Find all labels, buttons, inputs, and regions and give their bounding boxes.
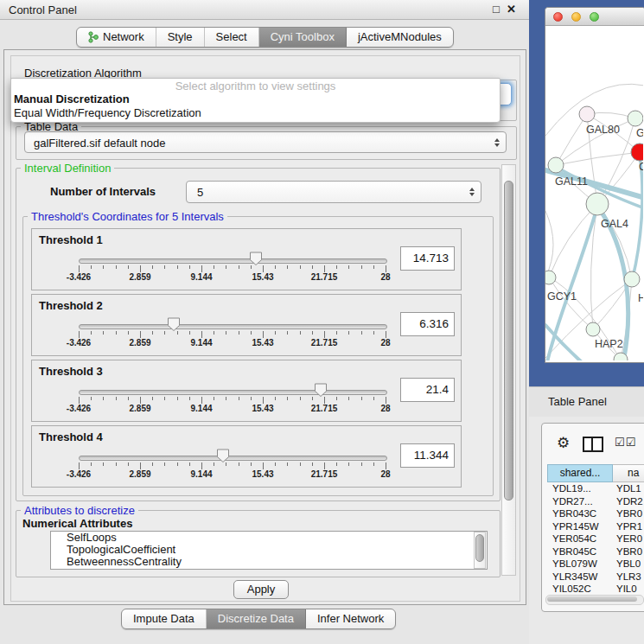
algorithm-option-manual[interactable]: Manual Discretization	[14, 92, 130, 105]
tab-style[interactable]: Style	[156, 28, 205, 47]
minimize-window-icon[interactable]	[571, 12, 581, 22]
slider-tick	[91, 331, 92, 335]
slider-tick	[263, 397, 264, 404]
column-header-name[interactable]: na	[613, 464, 644, 482]
table-data-combo[interactable]: galFiltered.sif default node	[24, 131, 507, 153]
table-row[interactable]: YBL079WYBL0	[547, 558, 644, 571]
tab-discretize-data[interactable]: Discretize Data	[207, 609, 306, 628]
algorithm-dropdown-popup: Select algorithm to view settings Manual…	[10, 78, 501, 123]
network-edge[interactable]	[556, 152, 640, 165]
slider-tick	[226, 331, 226, 335]
table-row[interactable]: YPR145WYPR1	[547, 520, 644, 533]
network-window-titlebar[interactable]	[545, 8, 644, 26]
slider-tick-label: 15.43	[244, 404, 282, 413]
cell-shared-name: YIL052C	[552, 583, 591, 594]
network-edge[interactable]	[545, 211, 553, 277]
network-node-label: GAL4	[601, 218, 628, 230]
slider-tick	[263, 265, 264, 272]
threshold-value-field[interactable]: 11.344	[400, 443, 455, 468]
tab-select[interactable]: Select	[205, 28, 259, 47]
table-row[interactable]: YLR345WYLR3	[547, 571, 644, 583]
cell-name: YIL0	[616, 583, 637, 594]
table-horizontal-scrollbar[interactable]	[545, 595, 644, 605]
algorithm-placeholder-item: Select algorithm to view settings	[11, 80, 500, 92]
close-window-icon[interactable]	[553, 12, 563, 22]
table-row[interactable]: YIL052CYIL0	[547, 583, 644, 594]
table-row[interactable]: YDL19...YDL1	[547, 482, 644, 495]
tab-network[interactable]: Network	[77, 28, 156, 47]
apply-button[interactable]: Apply	[233, 580, 289, 599]
tab-impute-data[interactable]: Impute Data	[122, 609, 207, 628]
threshold-slider-handle[interactable]	[249, 252, 263, 270]
tab-label: Select	[216, 28, 247, 47]
slider-tick	[177, 462, 178, 466]
table-row[interactable]: YER054CYER0	[547, 532, 644, 545]
numerical-attributes-list[interactable]: SelfLoopsTopologicalCoefficientBetweenne…	[50, 531, 488, 570]
threshold-slider-track[interactable]	[79, 390, 387, 395]
threshold-row: Threshold 1-3.4262.8599.14415.4321.71528…	[31, 228, 462, 290]
control-panel-title: Control Panel	[9, 3, 77, 16]
table-row[interactable]: YBR043CYBR0	[547, 507, 644, 520]
tab-cyni-toolbox[interactable]: Cyni Toolbox	[259, 28, 347, 47]
tab-label: Style	[168, 28, 193, 47]
slider-tick	[275, 462, 276, 466]
algorithm-option-equal-width[interactable]: Equal Width/Frequency Discretization	[14, 106, 201, 119]
network-edge[interactable]	[556, 114, 587, 165]
cell-name: YER0	[616, 532, 642, 545]
attribute-list-item[interactable]: SelfLoops	[51, 532, 487, 544]
checkbox-pair-icon[interactable]: ☑☑	[615, 436, 636, 449]
table-hscrollbar-thumb[interactable]	[547, 596, 637, 602]
threshold-slider-track[interactable]	[79, 258, 387, 264]
table-row[interactable]: YBR045CYBR0	[547, 545, 644, 558]
column-header-shared-name[interactable]: shared...	[547, 464, 613, 482]
attributes-list-scrollbar[interactable]	[474, 532, 486, 569]
attribute-list-item[interactable]: BetweennessCentrality	[51, 556, 487, 568]
threshold-slider-handle[interactable]	[314, 383, 328, 401]
control-panel-titlebar[interactable]: Control Panel □ ✕	[0, 0, 529, 20]
slider-tick-label: 15.43	[244, 338, 282, 348]
threshold-slider-handle[interactable]	[167, 317, 181, 335]
slider-tick	[287, 331, 288, 335]
tab-jactivemnodules[interactable]: jActiveMNodules	[347, 28, 453, 47]
network-node-gal11[interactable]	[548, 157, 564, 173]
threshold-slider-handle[interactable]	[216, 449, 230, 467]
slider-tick	[103, 397, 104, 400]
attribute-list-item[interactable]: TopologicalCoefficient	[51, 544, 487, 556]
slider-tick	[300, 265, 301, 269]
slider-tick	[79, 331, 80, 338]
network-edge-highlighted[interactable]	[633, 155, 642, 277]
tab-infer-network[interactable]: Infer Network	[306, 609, 395, 628]
number-of-intervals-combo[interactable]: 5	[186, 181, 481, 203]
network-canvas[interactable]: GAL80GACGAL11GAL4GCY1HHAP2	[545, 25, 643, 360]
zoom-window-icon[interactable]	[590, 12, 599, 22]
threshold-slider-track[interactable]	[79, 456, 387, 461]
network-node-h[interactable]	[624, 271, 640, 287]
slider-tick	[116, 397, 117, 400]
attributes-scrollbar-thumb[interactable]	[475, 534, 484, 562]
table-panel-header[interactable]: Table Panel	[529, 386, 644, 418]
threshold-value-field[interactable]: 6.316	[400, 312, 455, 336]
slider-tick	[263, 462, 264, 469]
cell-shared-name: YBR045C	[552, 545, 596, 558]
settings-scrollbar[interactable]	[501, 164, 516, 576]
slider-tick	[164, 265, 165, 269]
table-row[interactable]: YDR27...YDR2	[547, 495, 644, 508]
network-edge[interactable]	[549, 204, 597, 277]
network-node-gal80[interactable]	[579, 106, 595, 122]
cytoscape-desktop: Control Panel □ ✕ NetworkStyleSelectCyni…	[0, 0, 644, 644]
network-node-ga[interactable]	[628, 111, 643, 126]
slider-tick	[177, 265, 178, 269]
slider-tick	[79, 397, 80, 404]
network-node-hap2[interactable]	[586, 322, 600, 336]
threshold-value-field[interactable]: 21.4	[400, 378, 455, 402]
threshold-value-field[interactable]: 14.713	[400, 246, 455, 271]
settings-scrollbar-thumb[interactable]	[504, 181, 513, 501]
close-panel-icon[interactable]: ✕	[507, 3, 516, 16]
gear-icon[interactable]: ⚙	[557, 434, 570, 452]
network-node-gal4[interactable]	[586, 193, 609, 215]
threshold-slider-track[interactable]	[79, 324, 387, 329]
split-columns-icon[interactable]	[583, 437, 603, 452]
network-node-gcy1[interactable]	[545, 271, 556, 284]
cell-shared-name: YDR27...	[552, 495, 593, 508]
float-panel-icon[interactable]: □	[493, 3, 500, 16]
